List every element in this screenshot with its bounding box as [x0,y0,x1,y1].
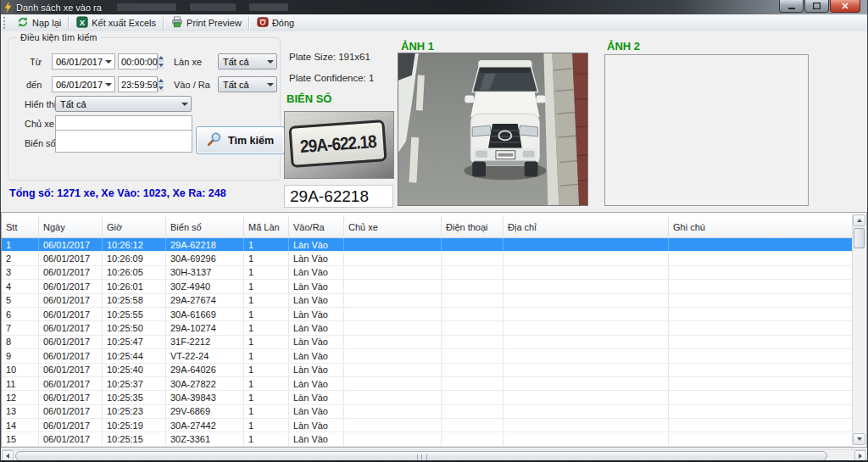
display-dropdown[interactable]: Tất cả [55,96,192,112]
table-row[interactable]: 1306/01/201710:25:2329V-68691Làn Vào [2,405,853,419]
table-row[interactable]: 606/01/201710:25:5530A-616691Làn Vào [2,308,853,321]
table-cell [344,336,442,348]
scroll-right-button[interactable] [854,450,866,462]
table-row[interactable]: 1406/01/201710:25:1930A-274421Làn Vào [2,419,853,432]
close-form-button[interactable]: Đóng [252,15,299,31]
table-header: SttNgàyGiờBiển sốMã LànVào/RaChủ xeĐiện … [2,216,853,238]
table-cell [504,294,669,307]
table-cell: 11 [2,377,39,390]
table-cell: Làn Vào [289,336,344,348]
title-bar: Danh sách xe vào ra [1,0,867,14]
table-cell: 1 [244,391,289,404]
column-header[interactable]: Điện thoại [442,216,504,237]
column-header[interactable]: Giờ [103,216,166,237]
table-cell: VT-22-24 [166,349,244,362]
toolbar-separator [163,17,164,30]
table-cell [504,364,669,376]
vertical-scrollbar-thumb[interactable] [854,228,865,248]
table-cell [669,294,853,307]
spinner-up-button[interactable] [159,54,164,61]
to-label: đến [26,80,42,90]
table-row[interactable]: 1006/01/201710:25:4029A-640261Làn Vào [2,364,853,377]
vehicle-photo [398,53,588,206]
table-cell: 06/01/2017 [39,294,103,307]
plate-number-field[interactable]: 29A-62218 [284,185,393,208]
column-header[interactable]: Biển số [166,216,244,237]
table-cell: 30Z-3361 [166,432,244,445]
plate-input[interactable] [55,130,192,153]
table-cell: 29A-64026 [166,364,244,376]
table-cell: 30Z-4940 [166,280,244,292]
table-cell: 10:25:23 [103,405,166,418]
column-header[interactable]: Vào/Ra [289,216,344,237]
scroll-down-button[interactable] [853,433,865,445]
table-row[interactable]: 106/01/201710:26:1229A-622181Làn Vào [2,238,853,252]
table-row[interactable]: 806/01/201710:25:4731F-22121Làn Vào [2,336,853,349]
table-cell: 06/01/2017 [39,308,103,320]
table-row[interactable]: 206/01/201710:26:0930A-692961Làn Vào [2,252,853,265]
table-row[interactable]: 906/01/201710:25:44VT-22-241Làn Vào [2,349,853,363]
column-header[interactable]: Chủ xe [344,216,442,237]
table-cell [442,391,504,404]
table-row[interactable]: 506/01/201710:25:5829A-276741Làn Vào [2,294,853,308]
minimize-button[interactable] [779,0,804,13]
to-time-spinner[interactable]: 23:59:59 [118,76,158,92]
table-cell: 10:25:44 [103,349,166,362]
table-cell: 1 [244,405,289,418]
horizontal-scrollbar-thumb[interactable] [15,451,827,461]
table-cell [442,419,504,431]
table-cell: 31F-2212 [166,336,244,348]
column-header[interactable]: Stt [2,216,39,237]
reload-button[interactable]: Nạp lại [12,15,66,31]
to-date-picker[interactable]: 06/01/2017 [52,76,115,92]
spinner-up-button[interactable] [159,77,164,84]
lane-dropdown[interactable]: Tất cả [218,53,277,70]
table-cell: 06/01/2017 [39,349,103,362]
direction-value: Tất cả [223,80,249,90]
table-cell: 9 [2,349,39,362]
table-cell: 1 [244,280,289,292]
table-cell [504,349,669,362]
table-cell [504,252,669,264]
table-row[interactable]: 706/01/201710:25:5029A-102741Làn Vào [2,321,853,335]
direction-dropdown[interactable]: Tất cả [218,76,277,92]
table-cell: Làn Vào [289,432,344,445]
column-header[interactable]: Ghi chú [669,216,853,237]
spinner-down-button[interactable] [159,61,164,69]
table-row[interactable]: 1506/01/201710:25:1530Z-33611Làn Vào [2,432,853,446]
maximize-button[interactable] [804,0,829,13]
print-preview-button[interactable]: Print Preview [166,15,247,31]
search-button[interactable]: Tìm kiếm [196,126,285,154]
from-time-spinner[interactable]: 00:00:00 [118,53,158,70]
spinner-down-button[interactable] [159,84,164,92]
table-cell [504,419,669,431]
close-button[interactable] [830,0,860,13]
table-cell [669,266,853,279]
table-cell: 29A-62218 [166,238,244,251]
table-cell: Làn Vào [289,419,344,431]
table-cell [504,336,669,348]
table-cell: 1 [244,266,289,279]
plate-confidence-text: Plate Confidence: 1 [289,73,374,83]
redacted-text [249,3,288,11]
vertical-scrollbar[interactable] [852,214,865,445]
scroll-up-button[interactable] [853,214,865,226]
from-label: Từ [30,57,42,67]
table-cell [669,349,853,362]
horizontal-scrollbar[interactable] [2,449,866,462]
table-row[interactable]: 406/01/201710:26:0130Z-49401Làn Vào [2,280,853,293]
table-row[interactable]: 1106/01/201710:25:3730A-278221Làn Vào [2,377,853,391]
export-excel-button[interactable]: X Kết xuất Excels [71,15,161,31]
table-cell [344,419,442,431]
column-header[interactable]: Mã Làn [244,216,289,237]
from-date-picker[interactable]: 06/01/2017 [52,53,115,70]
table-row[interactable]: 1206/01/201710:25:3530A-398431Làn Vào [2,391,853,404]
print-preview-label: Print Preview [186,18,242,28]
column-header[interactable]: Địa chỉ [504,216,669,237]
toolbar-separator [248,17,250,30]
column-header[interactable]: Ngày [39,216,103,237]
table-cell: 2 [2,252,39,264]
scroll-left-button[interactable] [2,450,14,462]
table-row[interactable]: 306/01/201710:26:0530H-31371Làn Vào [2,266,853,280]
direction-label: Vào / Ra [174,80,210,90]
